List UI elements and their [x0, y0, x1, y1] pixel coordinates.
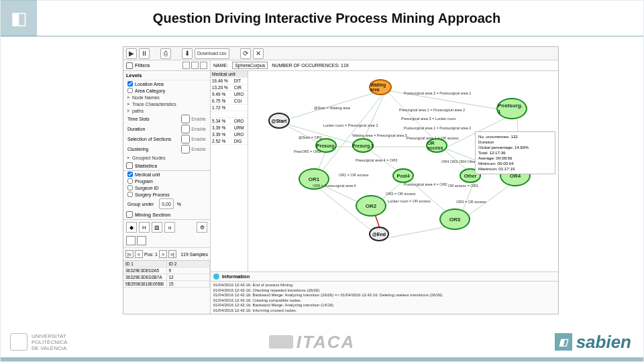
bottom-border: [1, 357, 643, 361]
filters-header[interactable]: Filters: [123, 60, 210, 71]
view-grid-icon[interactable]: [126, 236, 136, 245]
process-graph[interactable]: @Start Waiting area Postsurg. 1 Presurg.…: [248, 71, 558, 272]
last-button[interactable]: >|: [168, 250, 176, 258]
next-button[interactable]: >: [159, 250, 167, 258]
node-postsurg1[interactable]: Postsurg. 1: [496, 98, 527, 119]
stat-medical-unit[interactable]: Medical unit: [123, 171, 210, 178]
sabien-logo: ◧ sabien: [489, 332, 643, 353]
node-or2[interactable]: OR2: [356, 195, 386, 217]
slide-header: ◧ Question Driving Interactive Process M…: [1, 1, 643, 37]
location-area-checkbox[interactable]: [127, 81, 133, 86]
duration-row[interactable]: DurationEnable: [123, 124, 210, 134]
statistics-header[interactable]: Statistics: [123, 161, 210, 171]
slide-root: ◧ Question Driving Interactive Process M…: [0, 0, 644, 362]
stat-surgery-process[interactable]: Surgery Process: [123, 191, 210, 198]
slide-title: Question Driving Interactive Process Min…: [10, 11, 643, 26]
mining-alpha-icon[interactable]: α: [164, 222, 175, 233]
filter-opt-1-icon[interactable]: [182, 62, 190, 69]
node-or3[interactable]: OR3: [439, 208, 470, 230]
sidebar: Filters Levels Location Area Area Catego…: [123, 60, 211, 314]
play-icon[interactable]: ▶: [126, 48, 137, 59]
grouped-nodes-row[interactable]: ▸Grouped Nodes: [123, 154, 210, 161]
mining-palia-icon[interactable]: ◆: [126, 222, 137, 233]
sabien-icon: ◧: [555, 333, 572, 351]
stat-program[interactable]: Program: [123, 178, 210, 184]
app-toolbar: ▶ ⏸ ⎙ ⬇ Download csv ⟳ ✕: [123, 47, 558, 60]
filter-opt-3-icon[interactable]: [200, 62, 207, 69]
trace-characteristics-row[interactable]: ▸Trace Characteristics: [123, 101, 210, 107]
node-waiting[interactable]: Waiting area: [369, 79, 392, 95]
group-under-row: Group under 0,00 %: [123, 198, 210, 210]
information-panel: Information 01/04/2016 12:42:16: End of …: [211, 272, 558, 314]
mining-settings-icon[interactable]: ⚙: [197, 222, 207, 233]
download-icon[interactable]: ⬇: [182, 48, 193, 59]
col-id2[interactable]: ID 2: [167, 261, 211, 267]
mining-heuristic-icon[interactable]: H: [139, 222, 150, 233]
col-id1[interactable]: ID 1: [123, 261, 167, 267]
filter-opt-2-icon[interactable]: [191, 62, 199, 69]
corpus-name: SpheraCorpus: [232, 62, 268, 69]
close-icon[interactable]: ✕: [253, 48, 264, 59]
paths-row[interactable]: ▸paths: [123, 107, 210, 114]
first-button[interactable]: |<: [125, 250, 133, 258]
mining-icons: ◆ H ▧ α ⚙: [123, 220, 210, 235]
main-area: NAME: SpheraCorpus NUMBER OF OCCURRENCES…: [211, 60, 558, 314]
itaca-logo: ITACA: [135, 332, 489, 353]
id-grid: ID 1 ID 2 36329E3DE02A59 36329E3DE02B7A1…: [123, 260, 210, 288]
print-icon[interactable]: ⎙: [160, 48, 171, 59]
pause-icon[interactable]: ⏸: [139, 48, 150, 59]
mining-inductive-icon[interactable]: ▧: [152, 222, 162, 233]
time-slots-row[interactable]: Time SlotsEnable: [123, 114, 210, 124]
graph-header: NAME: SpheraCorpus NUMBER OF OCCURRENCES…: [211, 60, 558, 71]
pick-icon: [126, 211, 133, 218]
slide-footer: UNIVERSITATPOLITÈCNICADE VALÈNCIA ITACA …: [1, 322, 643, 361]
levels-label: Levels: [123, 71, 210, 80]
filter-area-category[interactable]: Area Category: [123, 87, 210, 94]
prev-button[interactable]: <: [135, 250, 143, 258]
node-postsurg4[interactable]: Post4: [392, 168, 414, 183]
node-info-box: No. occurrences: 122 Duration Global per…: [475, 131, 555, 174]
stats-table: Medical unit 16.46 %DIT 13.20 %CIR 9.49 …: [211, 71, 248, 272]
refresh-icon[interactable]: ⟳: [240, 48, 251, 59]
node-oraccess[interactable]: OR access: [426, 138, 447, 153]
section-selection-row[interactable]: Selection of SectionsEnable: [123, 134, 210, 144]
stat-surgeon-id[interactable]: Surgeon ID: [123, 184, 210, 191]
app-window: ▶ ⏸ ⎙ ⬇ Download csv ⟳ ✕ Filters Levels: [123, 46, 559, 314]
info-icon: [213, 274, 219, 280]
mining-section-header[interactable]: Mining Section: [123, 210, 210, 220]
funnel-icon: [126, 62, 133, 69]
filter-location-area[interactable]: Location Area: [123, 80, 210, 87]
view-buttons: [123, 235, 210, 247]
node-end[interactable]: @End: [369, 227, 389, 241]
upv-logo: UNIVERSITATPOLITÈCNICADE VALÈNCIA: [1, 333, 135, 351]
node-presurg3[interactable]: Presurg.3: [352, 138, 374, 153]
stats-field-name: Medical unit: [211, 71, 248, 78]
stats-icon: [126, 162, 133, 169]
trace-nav: |< < Pos: 1 > >| 119 Samples: [123, 247, 210, 260]
node-names-row[interactable]: ▸Node Names: [123, 94, 210, 101]
download-csv-button[interactable]: Download csv: [195, 48, 229, 59]
clustering-row[interactable]: ClusteringEnable: [123, 144, 210, 154]
view-graph-icon[interactable]: [137, 236, 146, 245]
area-category-checkbox[interactable]: [127, 88, 133, 93]
node-start[interactable]: @Start: [268, 113, 290, 129]
